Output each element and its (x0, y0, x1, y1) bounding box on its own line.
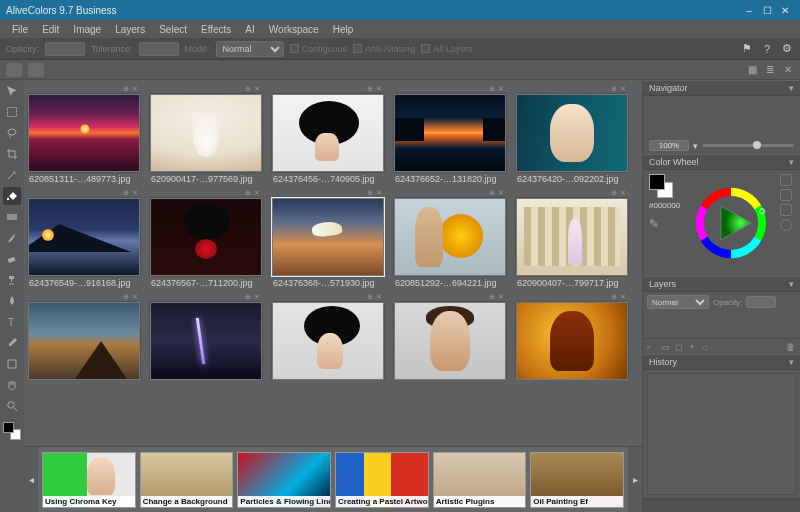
eyedropper-icon[interactable]: ✎ (649, 217, 683, 231)
color-swatches[interactable] (3, 422, 21, 440)
pin-icon[interactable]: ⊕ (611, 86, 617, 92)
wheel-mode-icon[interactable] (780, 219, 792, 231)
close-tab-icon[interactable]: ✕ (782, 64, 794, 76)
thumbnail[interactable] (28, 94, 140, 172)
pin-icon[interactable]: ⊕ (367, 190, 373, 196)
panel-menu-icon[interactable]: ▾ (789, 357, 794, 367)
tutorial-card[interactable]: Particles & Flowing Lines (237, 452, 331, 508)
history-header[interactable]: History▾ (643, 354, 800, 370)
menu-ai[interactable]: AI (239, 22, 260, 37)
menu-select[interactable]: Select (153, 22, 193, 37)
menu-workspace[interactable]: Workspace (263, 22, 325, 37)
new-layer-icon[interactable]: ▫ (647, 342, 657, 352)
tutorial-card[interactable]: Creating a Pastel Artwork (335, 452, 429, 508)
close-icon[interactable]: ✕ (620, 294, 626, 300)
close-icon[interactable]: ✕ (254, 294, 260, 300)
tutorial-card[interactable]: Change a Background (140, 452, 234, 508)
zoom-tool-icon[interactable] (3, 397, 21, 415)
panel-menu-icon[interactable]: ▾ (789, 157, 794, 167)
thumbnail[interactable] (516, 198, 628, 276)
wand-tool-icon[interactable] (3, 166, 21, 184)
brush-tool-icon[interactable] (3, 229, 21, 247)
panel-menu-icon[interactable]: ▾ (789, 279, 794, 289)
pin-icon[interactable]: ⊕ (123, 190, 129, 196)
thumbnail[interactable] (150, 198, 262, 276)
close-icon[interactable]: ✕ (132, 294, 138, 300)
close-icon[interactable]: ✕ (132, 190, 138, 196)
minimize-button[interactable]: – (740, 3, 758, 17)
folder-icon[interactable]: ▭ (661, 342, 671, 352)
eyedropper-tool-icon[interactable] (3, 334, 21, 352)
menu-edit[interactable]: Edit (36, 22, 65, 37)
close-icon[interactable]: ✕ (254, 86, 260, 92)
clone-tool-icon[interactable] (3, 271, 21, 289)
notice-icon[interactable]: ⚑ (740, 42, 754, 56)
panel-menu-icon[interactable]: ▾ (789, 83, 794, 93)
swatch-pair[interactable] (649, 174, 673, 198)
color-wheel[interactable] (687, 174, 774, 272)
navigator-header[interactable]: Navigator▾ (643, 80, 800, 96)
trash-icon[interactable]: 🗑 (786, 342, 796, 352)
hand-tool-icon[interactable] (3, 376, 21, 394)
tutorial-card[interactable]: Artistic Plugins (433, 452, 527, 508)
close-icon[interactable]: ✕ (376, 190, 382, 196)
eraser-tool-icon[interactable] (3, 250, 21, 268)
tutorial-card[interactable]: Oil Painting Ef (530, 452, 624, 508)
home-tab-icon[interactable] (6, 63, 22, 77)
hex-value[interactable]: #000000 (649, 201, 683, 210)
move-tool-icon[interactable] (3, 82, 21, 100)
menu-layers[interactable]: Layers (109, 22, 151, 37)
menu-file[interactable]: File (6, 22, 34, 37)
settings-icon[interactable]: ⚙ (780, 42, 794, 56)
menu-image[interactable]: Image (67, 22, 107, 37)
tolerance-field[interactable] (139, 42, 179, 56)
pin-icon[interactable]: ⊕ (367, 294, 373, 300)
doc-tab-icon[interactable] (28, 63, 44, 77)
text-tool-icon[interactable]: T (3, 313, 21, 331)
pin-icon[interactable]: ⊕ (489, 190, 495, 196)
thumbnail[interactable] (150, 94, 262, 172)
mask-icon[interactable]: ◻ (675, 342, 685, 352)
menu-effects[interactable]: Effects (195, 22, 237, 37)
thumbnail[interactable] (394, 302, 506, 380)
tutorial-card[interactable]: Using Chroma Key (42, 452, 136, 508)
thumbnail[interactable] (28, 302, 140, 380)
colorwheel-header[interactable]: Color Wheel▾ (643, 154, 800, 170)
close-icon[interactable]: ✕ (376, 86, 382, 92)
tutorials-prev-button[interactable]: ◂ (24, 447, 38, 512)
thumbnail[interactable] (28, 198, 140, 276)
pin-icon[interactable]: ⊕ (245, 294, 251, 300)
menu-help[interactable]: Help (327, 22, 360, 37)
thumbnail[interactable] (516, 94, 628, 172)
layer-opacity-field[interactable] (746, 296, 776, 308)
thumbnail[interactable] (516, 302, 628, 380)
contiguous-checkbox[interactable]: Contiguous (290, 44, 348, 54)
thumbnail[interactable] (272, 94, 384, 172)
layers-header[interactable]: Layers▾ (643, 276, 800, 292)
mode-combo[interactable]: Normal (216, 41, 284, 57)
zoom-value[interactable]: 100% (649, 140, 689, 151)
pin-icon[interactable]: ⊕ (123, 86, 129, 92)
thumbnail[interactable] (394, 94, 506, 172)
pin-icon[interactable]: ⊕ (611, 190, 617, 196)
lock-icon[interactable]: ⌂ (703, 342, 713, 352)
lasso-tool-icon[interactable] (3, 124, 21, 142)
thumbnail[interactable] (272, 302, 384, 380)
wheel-mode-icon[interactable] (780, 189, 792, 201)
help-icon[interactable]: ? (760, 42, 774, 56)
close-icon[interactable]: ✕ (376, 294, 382, 300)
thumbnail[interactable] (272, 198, 384, 276)
bucket-tool-icon[interactable] (3, 187, 21, 205)
pin-icon[interactable]: ⊕ (245, 190, 251, 196)
opacity-field[interactable] (45, 42, 85, 56)
close-icon[interactable]: ✕ (498, 86, 504, 92)
blend-mode-combo[interactable]: Normal (647, 295, 709, 309)
shape-tool-icon[interactable] (3, 355, 21, 373)
pin-icon[interactable]: ⊕ (245, 86, 251, 92)
pin-icon[interactable]: ⊕ (489, 294, 495, 300)
wheel-mode-icon[interactable] (780, 204, 792, 216)
blur-tool-icon[interactable] (3, 292, 21, 310)
all-layers-checkbox[interactable]: All Layers (421, 44, 473, 54)
pin-icon[interactable]: ⊕ (367, 86, 373, 92)
pin-icon[interactable]: ⊕ (611, 294, 617, 300)
